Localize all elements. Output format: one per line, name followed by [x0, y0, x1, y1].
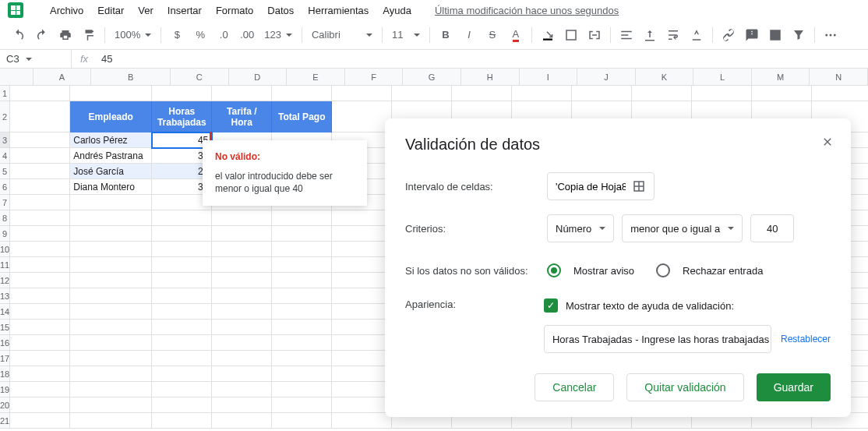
cell[interactable] [152, 210, 212, 226]
cell[interactable] [272, 86, 332, 101]
row-header[interactable]: 14 [0, 304, 10, 320]
cell[interactable] [212, 257, 272, 273]
cell[interactable] [332, 351, 392, 366]
cell[interactable] [10, 366, 70, 382]
link-icon[interactable] [718, 24, 739, 46]
italic-icon[interactable]: I [458, 24, 480, 46]
show-warning-radio[interactable] [547, 263, 561, 277]
table-header[interactable]: Tarifa /Hora [212, 101, 272, 132]
cell[interactable] [212, 366, 272, 382]
cell[interactable] [212, 273, 272, 288]
cell[interactable] [332, 288, 392, 304]
row-header[interactable]: 9 [0, 226, 10, 242]
percent-icon[interactable]: % [189, 24, 211, 46]
cell[interactable] [332, 86, 392, 101]
cell[interactable] [392, 86, 452, 101]
row-header[interactable]: 6 [0, 179, 10, 195]
menu-ayuda[interactable]: Ayuda [376, 2, 418, 19]
save-button[interactable]: Guardar [757, 373, 831, 401]
cell[interactable] [272, 413, 332, 429]
cell[interactable] [152, 351, 212, 366]
cell[interactable] [332, 304, 392, 320]
cell[interactable] [152, 397, 212, 413]
reject-input-radio[interactable] [656, 263, 670, 277]
cell[interactable] [572, 86, 632, 101]
cell[interactable] [272, 273, 332, 288]
cell[interactable] [272, 382, 332, 397]
row-header[interactable]: 18 [0, 366, 10, 382]
cell[interactable] [812, 86, 868, 101]
col-header[interactable]: K [636, 69, 694, 85]
cell[interactable] [70, 195, 152, 210]
menu-insertar[interactable]: Insertar [161, 2, 208, 19]
criteria-type-dropdown[interactable]: Número [547, 214, 614, 242]
cell[interactable] [10, 86, 70, 101]
row-header[interactable]: 12 [0, 273, 10, 288]
cell[interactable] [70, 320, 152, 335]
cell[interactable] [752, 86, 812, 101]
text-color-icon[interactable]: A [505, 24, 527, 46]
select-all-corner[interactable] [0, 69, 34, 85]
wrap-icon[interactable] [662, 24, 684, 46]
cell[interactable] [70, 335, 152, 351]
cell[interactable] [10, 101, 70, 132]
redo-icon[interactable] [31, 24, 53, 46]
cell[interactable] [70, 257, 152, 273]
cell[interactable] [10, 195, 70, 210]
cell[interactable] [212, 413, 272, 429]
cell[interactable] [332, 366, 392, 382]
cell[interactable]: Carlos Pérez [70, 132, 152, 148]
menu-formato[interactable]: Formato [210, 2, 259, 19]
cell[interactable] [10, 210, 70, 226]
cell[interactable] [152, 335, 212, 351]
criteria-op-dropdown[interactable]: menor que o igual a [622, 214, 743, 242]
criteria-value-input[interactable]: 40 [750, 214, 794, 242]
row-header[interactable]: 4 [0, 148, 10, 164]
table-header[interactable]: Total Pago [272, 101, 332, 132]
remove-validation-button[interactable]: Quitar validación [626, 373, 743, 401]
cell[interactable] [70, 210, 152, 226]
table-header[interactable]: Empleado [70, 101, 152, 132]
rotate-icon[interactable] [686, 24, 707, 46]
cell[interactable] [212, 382, 272, 397]
cell[interactable] [70, 366, 152, 382]
col-header[interactable]: J [577, 69, 636, 85]
cell[interactable] [332, 382, 392, 397]
increase-decimal-icon[interactable]: .00 [236, 24, 258, 46]
cell[interactable] [272, 304, 332, 320]
col-header[interactable]: M [752, 69, 810, 85]
cell[interactable] [332, 226, 392, 242]
col-header[interactable]: C [171, 69, 229, 85]
cell[interactable] [512, 86, 572, 101]
cell[interactable] [212, 242, 272, 257]
row-header[interactable]: 15 [0, 320, 10, 335]
row-header[interactable]: 8 [0, 210, 10, 226]
row-header[interactable]: 17 [0, 351, 10, 366]
cell[interactable] [152, 413, 212, 429]
cell[interactable] [152, 288, 212, 304]
row-header[interactable]: 7 [0, 195, 10, 210]
cell[interactable] [152, 320, 212, 335]
menu-datos[interactable]: Datos [261, 2, 300, 19]
font-size-dropdown[interactable]: 11 [387, 24, 425, 46]
name-box[interactable]: C3 [0, 50, 72, 68]
col-header[interactable]: I [520, 69, 578, 85]
number-format-dropdown[interactable]: 123 [259, 24, 297, 46]
col-header[interactable]: N [810, 69, 868, 85]
close-icon[interactable] [818, 132, 837, 151]
cell[interactable] [10, 179, 70, 195]
cell[interactable] [212, 226, 272, 242]
cell[interactable]: José García [70, 164, 152, 179]
zoom-dropdown[interactable]: 100% [110, 24, 156, 46]
cell[interactable] [212, 320, 272, 335]
col-header[interactable]: D [229, 69, 288, 85]
undo-icon[interactable] [8, 24, 30, 46]
cell[interactable] [332, 101, 392, 132]
cell[interactable] [70, 86, 152, 101]
cell[interactable] [152, 226, 212, 242]
cell[interactable] [70, 397, 152, 413]
font-dropdown[interactable]: Calibri [307, 24, 377, 46]
cell[interactable] [692, 86, 752, 101]
cell[interactable] [10, 335, 70, 351]
cell[interactable] [10, 226, 70, 242]
